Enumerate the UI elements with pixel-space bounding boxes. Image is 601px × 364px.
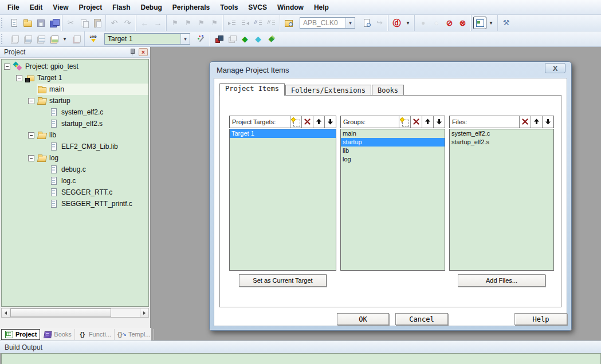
open-folder-button[interactable] [21,17,34,29]
insert-remove-breakpoint-button[interactable]: ● [417,17,430,29]
tree-item-system-elf2-c[interactable]: system_elf2.c [2,106,148,118]
outdent-button[interactable] [238,17,252,29]
manage-books-button[interactable] [225,33,238,45]
menu-flash[interactable]: Flash [107,1,135,14]
navigate-forward-button[interactable]: → [151,17,164,29]
tree-expander-minus[interactable] [4,64,10,70]
dialog-tab-project-items[interactable]: Project Items [219,83,285,96]
delete-button[interactable] [519,116,531,128]
listbox-groups[interactable]: mainstartupliblog [340,129,445,271]
menu-debug[interactable]: Debug [136,1,167,14]
tree-item-target-1[interactable]: Target 1 [2,72,148,84]
enable-disable-breakpoint-button[interactable]: ● [430,17,443,29]
jump-to-reference-button[interactable]: ↪ [373,17,386,29]
target-combo-value[interactable]: Target 1 [105,34,180,44]
toggle-bookmark-button[interactable]: ⚑ [168,17,182,29]
indent-button[interactable] [225,17,238,29]
build-button[interactable] [21,33,34,45]
dialog-tab-books[interactable]: Books [372,85,404,96]
menu-peripherals[interactable]: Peripherals [167,1,215,14]
previous-bookmark-button[interactable]: ⚑ [182,17,195,29]
dialog-tab-folders-extensions[interactable]: Folders/Extensions [285,85,371,96]
kill-all-breakpoints-button[interactable]: ⊗ [456,17,469,29]
manage-components-button[interactable] [212,33,225,45]
scrollbar-track[interactable] [10,308,140,317]
cancel-button[interactable]: Cancel [395,313,448,325]
next-bookmark-button[interactable]: ⚑ [195,17,208,29]
undo-button[interactable]: ↶ [108,17,121,29]
tree-item-startup-elf2-s[interactable]: startup_elf2.s [2,118,148,129]
tree-item-log[interactable]: log [2,152,148,164]
list-item-system-elf2-c[interactable]: system_elf2.c [450,129,553,138]
list-item-main[interactable]: main [341,129,445,138]
target-combo[interactable]: Target 1 ▾ [104,33,190,45]
clear-all-bookmarks-button[interactable]: ⚑ [208,17,221,29]
menu-project[interactable]: Project [73,1,107,14]
options-for-target-button[interactable] [195,33,208,45]
project-tree-horizontal-scrollbar[interactable] [1,308,149,318]
tree-item-elf2-cm3-lib-lib[interactable]: ELF2_CM3_Lib.lib [2,141,148,152]
tree-expander-minus[interactable] [28,132,34,139]
listbox-project-targets[interactable]: Target 1 [229,129,336,271]
pin-icon[interactable] [127,48,136,57]
windows-layout-dropdown-button[interactable]: ▾ [486,17,496,29]
help-button[interactable]: Help [514,313,567,325]
search-combo-dropdown-button[interactable]: ▾ [345,18,355,28]
move-down-button[interactable] [542,116,553,128]
tree-expander-minus[interactable] [16,75,22,81]
dialog-close-button[interactable]: X [545,63,565,73]
tree-expander-minus[interactable] [28,155,34,161]
move-up-button[interactable] [422,116,433,128]
list-item-startup-elf2-s[interactable]: startup_elf2.s [450,138,553,147]
save-button[interactable] [34,17,47,29]
windows-layout-button[interactable] [473,17,486,29]
scroll-right-button[interactable] [140,308,148,317]
ok-button[interactable]: OK [337,313,389,325]
stop-build-button[interactable] [69,33,83,45]
delete-button[interactable] [410,116,422,128]
tree-item-lib[interactable]: lib [2,129,148,141]
search-combo[interactable]: APB_CLK0 ▾ [300,17,355,29]
move-down-button[interactable] [324,116,336,128]
disable-all-breakpoints-button[interactable]: ⊘ [443,17,456,29]
menu-edit[interactable]: Edit [25,1,48,14]
tree-item-log-c[interactable]: log.c [2,175,148,187]
panel-tab-functi[interactable]: {}Functi... [75,329,115,340]
menu-tools[interactable]: Tools [215,1,243,14]
list-item-startup[interactable]: startup [341,138,445,147]
list-item-lib[interactable]: lib [341,147,445,155]
panel-tab-templ[interactable]: {}↘Templ... [115,329,154,340]
cut-button[interactable]: ✂ [64,17,77,29]
new-button[interactable]: ? [399,116,410,128]
batch-build-dropdown-button[interactable]: ▾ [60,33,69,45]
search-in-document-button[interactable] [360,17,373,29]
comment-button[interactable] [252,17,265,29]
tree-item-debug-c[interactable]: debug.c [2,164,148,175]
file-extensions-button[interactable]: ◆ [252,33,265,45]
paste-button[interactable] [91,17,104,29]
toolbar-grip[interactable] [1,18,4,28]
menu-svcs[interactable]: SVCS [243,1,272,14]
new-button[interactable]: ? [290,116,301,128]
menu-view[interactable]: View [48,1,73,14]
translate-file-button[interactable] [7,33,21,45]
listbox-files[interactable]: system_elf2.cstartup_elf2.s [449,129,554,271]
menu-window[interactable]: Window [272,1,309,14]
tree-expander-minus[interactable] [28,98,34,104]
toolbar-grip[interactable] [1,34,4,44]
list-item-target-1[interactable]: Target 1 [230,129,336,138]
search-combo-value[interactable]: APB_CLK0 [300,18,345,28]
list-item-log[interactable]: log [341,155,445,164]
debug-windows-dropdown-button[interactable]: ▾ [403,17,413,29]
copy-button[interactable] [77,17,91,29]
menu-help[interactable]: Help [309,1,334,14]
tree-item-main[interactable]: main [2,84,148,95]
rebuild-all-button[interactable] [34,33,47,45]
navigate-back-button[interactable]: ← [138,17,151,29]
move-up-button[interactable] [313,116,324,128]
add-files-button[interactable]: Add Files... [458,274,545,287]
scrollbar-thumb[interactable] [10,308,111,317]
tree-item-startup[interactable]: startup [2,95,148,106]
tree-item-project-gpio-test[interactable]: Project: gpio_test [2,61,148,72]
tree-item-segger-rtt-c[interactable]: SEGGER_RTT.c [2,187,148,198]
